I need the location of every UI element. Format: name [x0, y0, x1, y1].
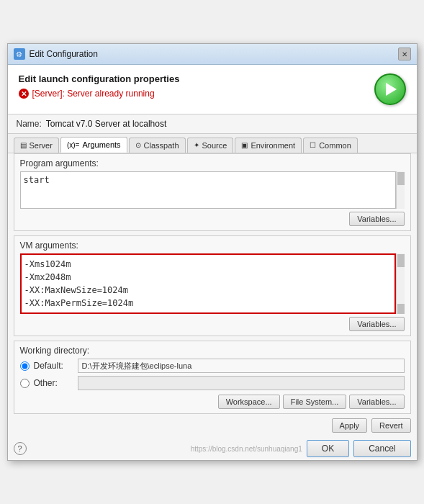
apply-revert-row: Apply Revert [14, 418, 411, 433]
arguments-tab-icon: (x)= [67, 141, 80, 149]
common-tab-icon: ☐ [310, 141, 316, 149]
default-radio-label: Default: [34, 361, 73, 371]
program-args-label: Program arguments: [20, 158, 405, 168]
default-radio-row: Default: [20, 359, 405, 373]
config-icon: ⚙ [14, 48, 25, 60]
vm-args-scroll-thumb [397, 254, 405, 267]
other-radio[interactable] [20, 379, 30, 388]
source-tab-icon: ✦ [194, 141, 199, 149]
play-icon [386, 83, 397, 96]
other-path-input[interactable] [78, 376, 405, 390]
tab-arguments-label: Arguments [82, 140, 120, 149]
default-radio[interactable] [20, 361, 30, 371]
dir-variables-button[interactable]: Variables... [349, 395, 404, 409]
close-button[interactable]: ✕ [398, 48, 411, 60]
tab-common-label: Common [319, 141, 351, 150]
tab-common[interactable]: ☐ Common [303, 138, 358, 153]
vm-variables-button[interactable]: Variables... [349, 317, 404, 331]
vm-args-section: VM arguments: -Xms1024m -Xmx2048m -XX:Ma… [14, 235, 411, 336]
ok-button[interactable]: OK [307, 440, 349, 457]
title-bar: ⚙ Edit Configuration ✕ [8, 44, 417, 65]
other-radio-row: Other: [20, 376, 405, 390]
working-dir-label: Working directory: [20, 346, 405, 356]
tab-environment-label: Environment [251, 141, 295, 150]
environment-tab-icon: ▣ [241, 141, 248, 149]
edit-configuration-dialog: ⚙ Edit Configuration ✕ Edit launch confi… [7, 43, 418, 461]
vm-arg-line-2: -Xmx2048m [24, 271, 392, 284]
program-args-input[interactable]: start [20, 171, 396, 209]
error-text: [Server]: Server already running [32, 89, 155, 99]
vm-args-scroll-down [397, 304, 405, 314]
other-radio-label: Other: [34, 378, 73, 388]
vm-args-input[interactable]: -Xms1024m -Xmx2048m -XX:MaxNewSize=1024m… [20, 253, 396, 314]
program-variables-button[interactable]: Variables... [349, 212, 404, 226]
revert-button[interactable]: Revert [371, 418, 410, 433]
tab-arguments[interactable]: (x)= Arguments [60, 137, 127, 153]
tabs-row: ▤ Server (x)= Arguments ⊙ Classpath ✦ So… [8, 134, 417, 153]
workspace-button[interactable]: Workspace... [218, 395, 280, 409]
vm-args-label: VM arguments: [20, 240, 405, 251]
working-dir-options: Default: Other: [20, 359, 405, 390]
header-left: Edit launch configuration properties ✕ [… [19, 73, 180, 99]
program-args-section: Program arguments: start Variables... [14, 153, 411, 231]
title-bar-left: ⚙ Edit Configuration [14, 48, 98, 60]
tab-server-label: Server [30, 141, 53, 150]
program-args-scrollbar[interactable] [396, 171, 405, 209]
tab-server[interactable]: ▤ Server [14, 138, 59, 153]
header-title: Edit launch configuration properties [19, 73, 180, 84]
header-area: Edit launch configuration properties ✕ [… [8, 65, 417, 114]
vm-args-scrollbar[interactable] [396, 253, 405, 314]
working-dir-section: Working directory: Default: Other: Works… [14, 341, 411, 414]
run-button[interactable] [374, 73, 406, 105]
vm-variables-row: Variables... [20, 317, 405, 331]
name-label: Name: [17, 119, 42, 129]
tab-source[interactable]: ✦ Source [187, 138, 234, 153]
program-args-scroll-thumb [397, 172, 405, 185]
vm-arg-line-3: -XX:MaxNewSize=1024m [24, 284, 392, 297]
watermark-text: https://blog.csdn.net/sunhuaqiang1 [191, 445, 302, 453]
default-path-input[interactable] [78, 359, 405, 373]
vm-arg-line-1: -Xms1024m [24, 258, 392, 271]
classpath-tab-icon: ⊙ [135, 141, 141, 149]
main-content: Program arguments: start Variables... VM… [8, 153, 417, 433]
dir-buttons: Workspace... File System... Variables... [20, 395, 405, 409]
apply-button[interactable]: Apply [332, 418, 368, 433]
name-value: Tomcat v7.0 Server at localhost [46, 119, 166, 129]
footer-row: ? https://blog.csdn.net/sunhuaqiang1 OK … [8, 437, 417, 460]
error-line: ✕ [Server]: Server already running [19, 89, 180, 99]
tab-classpath[interactable]: ⊙ Classpath [129, 138, 186, 153]
program-variables-row: Variables... [20, 212, 405, 226]
footer-buttons: https://blog.csdn.net/sunhuaqiang1 OK Ca… [191, 440, 411, 457]
name-row: Name: Tomcat v7.0 Server at localhost [8, 114, 417, 134]
vm-arg-line-4: -XX:MaxPermSize=1024m [24, 297, 392, 310]
tab-environment[interactable]: ▣ Environment [235, 138, 302, 153]
filesystem-button[interactable]: File System... [283, 395, 347, 409]
help-button[interactable]: ? [14, 442, 27, 455]
cancel-button[interactable]: Cancel [353, 440, 410, 457]
error-icon: ✕ [19, 89, 29, 99]
dialog-title: Edit Configuration [30, 49, 98, 59]
tab-source-label: Source [202, 141, 227, 150]
server-tab-icon: ▤ [20, 141, 27, 149]
tab-classpath-label: Classpath [144, 141, 179, 150]
